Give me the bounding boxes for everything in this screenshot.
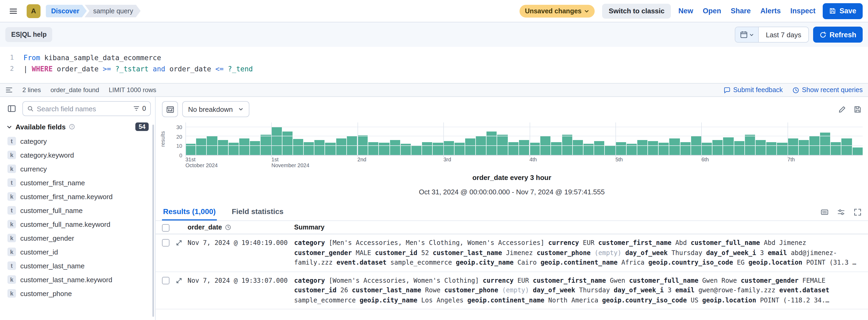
- available-fields-header[interactable]: Available fields ? 54: [4, 116, 151, 134]
- field-item[interactable]: kcustomer_phone: [4, 286, 151, 300]
- recent-queries-link[interactable]: Show recent queries: [792, 86, 863, 94]
- header-action-new[interactable]: New: [678, 7, 693, 15]
- field-item[interactable]: kcustomer_gender: [4, 231, 151, 245]
- field-item[interactable]: tcustomer_first_name: [4, 176, 151, 190]
- breadcrumb-discover[interactable]: Discover: [46, 4, 87, 17]
- save-visualization-icon[interactable]: [854, 105, 862, 113]
- header-action-alerts[interactable]: Alerts: [761, 7, 781, 15]
- editor-line[interactable]: 1From kibana_sample_data_ecommerce: [0, 52, 868, 63]
- histogram-bar: [842, 138, 852, 155]
- histogram-bar: [368, 142, 378, 155]
- histogram-bar: [788, 138, 798, 155]
- histogram-bar: [379, 143, 389, 155]
- histogram-bar: [766, 142, 776, 155]
- histogram-bar: [465, 138, 475, 155]
- submit-feedback-link[interactable]: Submit feedback: [723, 86, 783, 94]
- esql-help-button[interactable]: ES|QL help: [5, 27, 53, 42]
- time-range-button[interactable]: Last 7 days: [759, 27, 808, 42]
- collapse-sidebar-button[interactable]: [4, 101, 19, 116]
- x-tick-label: 31stOctober 2024: [185, 157, 218, 168]
- display-options-icon[interactable]: [820, 208, 829, 216]
- day-gridline: [787, 123, 788, 157]
- line-count: 2 lines: [22, 86, 41, 94]
- top-header: A Discover sample query Unsaved changes …: [0, 0, 868, 22]
- fullscreen-icon[interactable]: [854, 208, 862, 216]
- filter-icon: [133, 105, 140, 112]
- unsaved-changes-badge[interactable]: Unsaved changes: [520, 4, 595, 17]
- histogram-bar: [670, 138, 680, 155]
- available-fields-title: Available fields: [16, 123, 66, 131]
- space-avatar[interactable]: A: [27, 4, 40, 18]
- toggle-chart-button[interactable]: [162, 101, 178, 117]
- field-item[interactable]: kcurrency: [4, 162, 151, 176]
- field-item[interactable]: kcustomer_first_name.keyword: [4, 190, 151, 203]
- field-type-icon-k: k: [7, 289, 16, 298]
- tab-results[interactable]: Results (1,000): [162, 203, 217, 220]
- header-action-inspect[interactable]: Inspect: [790, 7, 815, 15]
- table-row: Nov 7, 2024 @ 19:33:07.000category [Wome…: [156, 272, 868, 309]
- table-body: Nov 7, 2024 @ 19:40:19.000category [Men'…: [156, 234, 868, 309]
- refresh-icon: [819, 31, 826, 38]
- column-header-summary[interactable]: Summary: [294, 224, 868, 231]
- results-tabs: Results (1,000) Field statistics: [156, 203, 868, 220]
- calendar-icon: [740, 31, 747, 38]
- chart-title: order_date every 3 hour: [156, 173, 868, 182]
- refresh-button[interactable]: Refresh: [813, 27, 863, 42]
- date-picker-calendar-button[interactable]: [735, 27, 759, 42]
- select-all-checkbox[interactable]: [162, 224, 169, 232]
- field-type-icon-t: t: [7, 261, 16, 270]
- editor-status-bar: 2 lines order_date found LIMIT 1000 rows…: [0, 83, 868, 97]
- save-button[interactable]: Save: [823, 3, 863, 19]
- feedback-bubble-icon: [723, 87, 731, 93]
- line-number: 2: [0, 63, 14, 74]
- histogram-bar: [508, 142, 518, 155]
- edit-visualization-icon[interactable]: [838, 105, 846, 113]
- histogram-bar: [497, 134, 507, 155]
- y-axis: results 0102030: [160, 123, 185, 156]
- y-tick-label: 0: [179, 153, 182, 158]
- day-gridline: [358, 123, 358, 157]
- histogram-bar: [551, 142, 561, 155]
- histogram-bar: [573, 140, 583, 155]
- summary-cell[interactable]: category [Men's Accessories, Men's Cloth…: [294, 238, 868, 267]
- histogram-bar: [691, 136, 701, 155]
- switch-to-classic-button[interactable]: Switch to classic: [602, 3, 671, 19]
- summary-cell[interactable]: category [Women's Accessories, Women's C…: [294, 276, 868, 305]
- expand-row-icon[interactable]: [176, 277, 182, 284]
- histogram-plot[interactable]: [185, 123, 863, 156]
- esql-editor[interactable]: 1From kibana_sample_data_ecommerce2| WHE…: [0, 47, 868, 83]
- row-checkbox[interactable]: [162, 277, 169, 284]
- breadcrumb-saved-search[interactable]: sample query: [85, 4, 141, 17]
- column-header-order-date[interactable]: order_date: [188, 224, 294, 231]
- field-type-icon-k: k: [7, 248, 16, 256]
- field-filter-button[interactable]: 0: [133, 105, 146, 113]
- menu-button[interactable]: [5, 3, 21, 19]
- row-checkbox[interactable]: [162, 239, 169, 247]
- sort-fields-icon[interactable]: [837, 208, 845, 216]
- field-item[interactable]: tcustomer_last_name: [4, 259, 151, 273]
- histogram-bar: [347, 136, 357, 155]
- breakdown-select[interactable]: No breakdown: [182, 101, 249, 117]
- field-item[interactable]: kcategory.keyword: [4, 148, 151, 162]
- order-date-cell[interactable]: Nov 7, 2024 @ 19:40:19.000: [188, 238, 294, 248]
- tab-field-statistics[interactable]: Field statistics: [231, 203, 285, 220]
- sidebar-scrollbar[interactable]: [152, 125, 154, 317]
- breadcrumb: Discover sample query: [46, 4, 141, 17]
- expand-row-icon[interactable]: [176, 239, 182, 246]
- gridline: [185, 126, 863, 127]
- table-header-row: order_date Summary: [156, 220, 868, 234]
- field-item[interactable]: kcustomer_last_name.keyword: [4, 273, 151, 286]
- order-date-cell[interactable]: Nov 7, 2024 @ 19:33:07.000: [188, 276, 294, 285]
- field-item[interactable]: kcustomer_id: [4, 245, 151, 259]
- histogram-bar: [433, 143, 443, 155]
- histogram-bar: [659, 143, 669, 155]
- field-item[interactable]: kcustomer_full_name.keyword: [4, 217, 151, 231]
- field-item[interactable]: tcategory: [4, 134, 151, 148]
- header-action-open[interactable]: Open: [703, 7, 721, 15]
- editor-line[interactable]: 2| WHERE order_date >= ?_tstart and orde…: [0, 63, 868, 74]
- chevron-down-icon: [584, 8, 590, 13]
- field-search-input[interactable]: Search field names 0: [22, 101, 151, 116]
- field-item[interactable]: tcustomer_full_name: [4, 203, 151, 217]
- histogram-bar: [540, 136, 551, 155]
- header-action-share[interactable]: Share: [731, 7, 751, 15]
